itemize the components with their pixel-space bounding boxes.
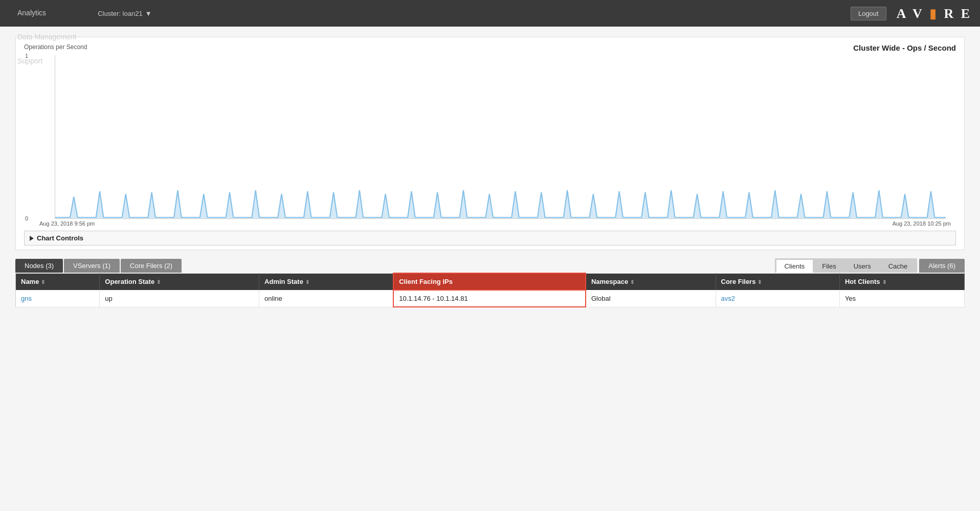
chart-controls-bar[interactable]: Chart Controls (24, 231, 956, 246)
chart-main-title: Cluster Wide - Ops / Second (853, 43, 956, 52)
nav-tab-analytics[interactable]: Analytics (8, 2, 85, 26)
cell-hot-clients: Yes (839, 290, 964, 307)
vservers-table: Name ⇕Operation State ⇕Admin State ⇕Clie… (15, 273, 965, 307)
y-max-label: 1 (25, 53, 28, 59)
cluster-selector[interactable]: Cluster: loan21 ▼ (91, 6, 159, 21)
tab-alerts[interactable]: Alerts (6) (919, 259, 965, 273)
sort-icon[interactable]: ⇕ (41, 279, 45, 285)
sort-icon[interactable]: ⇕ (758, 279, 762, 285)
chart-section: Operations per Second Cluster Wide - Ops… (15, 37, 965, 250)
svg-marker-0 (55, 190, 946, 218)
cell-name: gns (16, 290, 100, 307)
sort-icon[interactable]: ⇕ (882, 279, 886, 285)
col-name[interactable]: Name ⇕ (16, 273, 100, 290)
alerts-tab-container: Alerts (6) (919, 259, 965, 273)
main-content: Operations per Second Cluster Wide - Ops… (0, 27, 980, 511)
col-operation-state[interactable]: Operation State ⇕ (100, 273, 259, 290)
cell-admin-state: online (259, 290, 394, 307)
table-section: Nodes (3)VServers (1)Core Filers (2) Cli… (15, 258, 965, 307)
header-right: Logout A V ▮ R E (851, 6, 972, 21)
col-client-facing-ips: Client Facing IPs (393, 273, 586, 290)
chart-controls-label: Chart Controls (37, 234, 83, 242)
cell-namespace: Global (586, 290, 716, 307)
col-namespace[interactable]: Namespace ⇕ (586, 273, 716, 290)
chart-section-title: Operations per Second (24, 43, 87, 51)
sort-icon[interactable]: ⇕ (157, 279, 161, 285)
logout-button[interactable]: Logout (851, 7, 886, 20)
chart-svg (55, 55, 946, 218)
table-tab-core-filers--2-[interactable]: Core Filers (2) (121, 259, 182, 273)
table-tab-nodes--3-[interactable]: Nodes (3) (15, 259, 63, 273)
name-link[interactable]: gns (21, 295, 32, 302)
chart-title-row: Operations per Second Cluster Wide - Ops… (24, 43, 956, 52)
cell-operation-state: up (100, 290, 259, 307)
table-tab-vservers--1-[interactable]: VServers (1) (64, 259, 120, 273)
sub-tab-users[interactable]: Users (845, 260, 879, 273)
sub-tabs: ClientsFilesUsersCache (775, 258, 918, 273)
table-header-row: Name ⇕Operation State ⇕Admin State ⇕Clie… (16, 273, 965, 290)
avere-logo: A V ▮ R E (897, 6, 972, 21)
header: DashboardSettingsAnalyticsData Managemen… (0, 0, 980, 27)
sort-icon[interactable]: ⇕ (630, 279, 634, 285)
chevron-down-icon: ▼ (145, 10, 152, 17)
sub-tab-clients[interactable]: Clients (776, 260, 813, 273)
cell-core-filers: avs2 (716, 290, 839, 307)
col-core-filers[interactable]: Core Filers ⇕ (716, 273, 839, 290)
col-hot-clients[interactable]: Hot Clients ⇕ (839, 273, 964, 290)
sub-tab-files[interactable]: Files (814, 260, 844, 273)
triangle-icon (30, 236, 34, 241)
core-filers-link[interactable]: avs2 (721, 295, 735, 302)
table-row: gnsuponline10.1.14.76 - 10.1.14.81Global… (16, 290, 965, 307)
cell-client-facing-ips: 10.1.14.76 - 10.1.14.81 (393, 290, 586, 307)
col-admin-state[interactable]: Admin State ⇕ (259, 273, 394, 290)
chart-date-start: Aug 23, 2018 9:56 pm (39, 220, 95, 227)
table-tabs: Nodes (3)VServers (1)Core Filers (2) (15, 259, 182, 273)
sort-icon[interactable]: ⇕ (305, 279, 309, 285)
chart-date-end: Aug 23, 2018 10:25 pm (893, 220, 951, 227)
chart-dates: Aug 23, 2018 9:56 pm Aug 23, 2018 10:25 … (39, 220, 951, 227)
y-axis-labels: 1 0 (25, 55, 28, 219)
table-body: gnsuponline10.1.14.76 - 10.1.14.81Global… (16, 290, 965, 307)
y-min-label: 0 (25, 215, 28, 221)
chart-area (55, 55, 946, 219)
cluster-label: Cluster: loan21 (98, 10, 142, 17)
sub-tab-cache[interactable]: Cache (880, 260, 916, 273)
